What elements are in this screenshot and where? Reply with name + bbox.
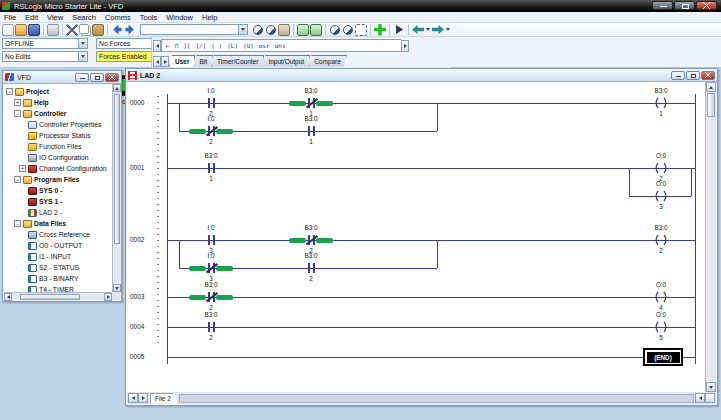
back-caret-icon[interactable]: [425, 25, 431, 35]
minimize-button[interactable]: [75, 73, 89, 82]
redo-icon[interactable]: [124, 24, 136, 36]
insert-component-icon[interactable]: [374, 24, 386, 36]
scroll-right-icon[interactable]: [104, 293, 112, 301]
menu-window[interactable]: Window: [166, 13, 193, 22]
rung-number[interactable]: 0002: [130, 236, 152, 243]
menu-search[interactable]: Search: [72, 13, 96, 22]
find-replace-icon[interactable]: [266, 25, 276, 35]
file-tab[interactable]: File 2: [150, 393, 178, 404]
tree-item-b3-binary[interactable]: B3 - BINARY: [4, 273, 112, 284]
scrollbar-thumb[interactable]: [707, 93, 715, 117]
tree-item-function-files[interactable]: Function Files: [4, 141, 112, 152]
select-icon[interactable]: [278, 24, 290, 36]
print-icon[interactable]: [47, 24, 59, 36]
verify-file-icon[interactable]: [297, 24, 309, 36]
menu-edit[interactable]: Edit: [25, 13, 38, 22]
ote-coil[interactable]: O:0 3: [651, 189, 671, 203]
ote-instruction-icon[interactable]: ( ): [211, 42, 222, 49]
zoom-out-icon[interactable]: [343, 25, 353, 35]
scroll-up-icon[interactable]: [113, 84, 121, 92]
zoom-in-icon[interactable]: [330, 25, 340, 35]
scrollbar-thumb[interactable]: [20, 294, 80, 300]
tree-item-t4-timer[interactable]: T4 - TIMER: [4, 284, 112, 292]
tab-scroll-left-icon[interactable]: [153, 56, 161, 67]
cut-icon[interactable]: [66, 24, 78, 36]
rung-number[interactable]: 0001: [130, 164, 152, 171]
scroll-down-icon[interactable]: [113, 284, 121, 292]
expand-icon[interactable]: +: [14, 99, 21, 106]
tab-bit[interactable]: Bit: [193, 55, 213, 67]
xio-contact-energized[interactable]: B3:0 2: [189, 290, 233, 304]
rung-number[interactable]: 0003: [130, 293, 152, 300]
tab-scroll-right-icon[interactable]: [161, 56, 169, 67]
tree-item-i1-input[interactable]: I1 - INPUT: [4, 251, 112, 262]
xic-contact[interactable]: B3:0 2: [189, 320, 233, 334]
tree-item-processor-status[interactable]: Processor Status: [4, 130, 112, 141]
ons-instruction-icon[interactable]: ons: [275, 42, 286, 49]
ladder-vertical-scrollbar[interactable]: [705, 82, 716, 392]
xic-instruction-icon[interactable]: ][: [183, 42, 190, 49]
navigate-back-icon[interactable]: [412, 24, 424, 36]
osr-instruction-icon[interactable]: osr: [259, 42, 270, 49]
maximize-button[interactable]: [90, 73, 104, 82]
zoom-selection-icon[interactable]: [355, 24, 367, 36]
tree-item-o0-output[interactable]: O0 - OUTPUT: [4, 240, 112, 251]
chevron-down-icon[interactable]: [238, 25, 247, 34]
ladder-editor[interactable]: 0000 0001 0002 0003 0004 0005 I:0: [127, 82, 705, 392]
ladder-window-titlebar[interactable]: LAD 2: [126, 69, 717, 82]
xio-contact-energized[interactable]: B3:0 1: [289, 96, 333, 110]
otl-instruction-icon[interactable]: (L): [227, 42, 238, 49]
save-icon[interactable]: [28, 24, 40, 36]
menu-file[interactable]: File: [4, 13, 16, 22]
paste-icon[interactable]: [92, 24, 104, 36]
open-icon[interactable]: [15, 24, 27, 36]
tree-item-lad2[interactable]: LAD 2 -: [4, 207, 112, 218]
tab-compare[interactable]: Compare: [308, 55, 347, 67]
ote-coil[interactable]: B3:0 2: [651, 233, 671, 247]
forward-caret-icon[interactable]: [445, 25, 451, 35]
tree-item-cross-reference[interactable]: Cross Reference: [4, 229, 112, 240]
run-mode-icon[interactable]: [393, 24, 405, 36]
edits-combo[interactable]: No Edits: [2, 51, 88, 62]
search-combo[interactable]: [140, 24, 248, 35]
mode-combo[interactable]: OFFLINE: [2, 38, 88, 49]
undo-icon[interactable]: [111, 24, 123, 36]
chevron-down-icon[interactable]: [78, 39, 87, 48]
scrollbar-thumb[interactable]: [114, 94, 120, 244]
rung-number[interactable]: 0000: [130, 99, 152, 106]
verify-project-icon[interactable]: [310, 24, 322, 36]
close-button[interactable]: [696, 1, 717, 10]
collapse-icon[interactable]: -: [14, 110, 21, 117]
tree-item-controller[interactable]: - Controller: [4, 108, 112, 119]
palette-scroll-right-icon[interactable]: [401, 40, 409, 52]
scroll-up-icon[interactable]: [706, 82, 716, 92]
xic-contact[interactable]: B3:0 1: [289, 124, 333, 138]
ote-coil[interactable]: O:0 5: [651, 320, 671, 334]
scroll-left-icon[interactable]: [4, 293, 12, 301]
scroll-down-icon[interactable]: [706, 382, 716, 392]
tree-vertical-scrollbar[interactable]: [112, 84, 120, 292]
find-icon[interactable]: [253, 25, 263, 35]
resize-grip-icon[interactable]: [705, 393, 715, 403]
rung-number[interactable]: 0004: [130, 323, 152, 330]
xic-contact[interactable]: B3:0 1: [189, 161, 233, 175]
tree-item-controller-properties[interactable]: Controller Properties: [4, 119, 112, 130]
maximize-button[interactable]: [674, 1, 695, 10]
otu-instruction-icon[interactable]: (U): [243, 42, 254, 49]
collapse-icon[interactable]: -: [6, 88, 13, 95]
minimize-button[interactable]: [671, 71, 685, 80]
tree-horizontal-scrollbar[interactable]: [4, 292, 112, 300]
ladder-horizontal-scrollbar[interactable]: [179, 394, 694, 403]
maximize-button[interactable]: [686, 71, 700, 80]
palette-scroll-left-icon[interactable]: [153, 40, 161, 52]
scroll-left-icon[interactable]: [695, 393, 705, 403]
main-titlebar[interactable]: RSLogix Micro Starter Lite - VFD: [0, 0, 721, 12]
sheet-next-icon[interactable]: [138, 393, 148, 403]
rung-number[interactable]: 0005: [130, 353, 152, 360]
menu-view[interactable]: View: [47, 13, 63, 22]
tree-item-s2-status[interactable]: S2 - STATUS: [4, 262, 112, 273]
collapse-icon[interactable]: -: [14, 220, 21, 227]
menu-tools[interactable]: Tools: [140, 13, 158, 22]
tree-item-help[interactable]: + Help: [4, 97, 112, 108]
xio-contact-energized[interactable]: I:0 2: [189, 124, 233, 138]
